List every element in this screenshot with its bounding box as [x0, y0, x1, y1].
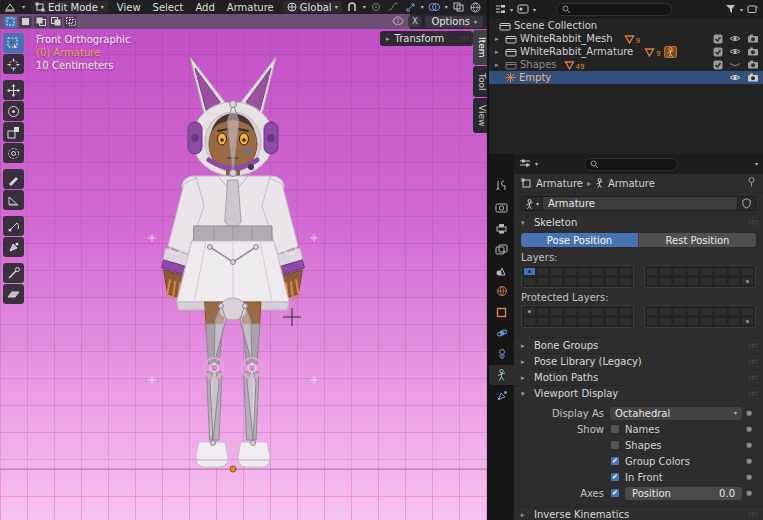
3d-viewport[interactable]: ▾ Edit Mode ▾ View Select Add Armature G… — [0, 0, 487, 520]
menu-select[interactable]: Select — [150, 2, 187, 13]
select-mode-extend[interactable] — [19, 16, 32, 28]
options-button[interactable]: Options ▾ — [425, 16, 483, 28]
checkbox-icon[interactable] — [713, 34, 723, 44]
eye-closed-icon[interactable] — [729, 60, 741, 69]
panel-inverse-kinematics[interactable]: ▸ Inverse Kinematics ∷∷ — [514, 506, 763, 520]
rest-position-button[interactable]: Rest Position — [638, 233, 756, 247]
outliner-display-mode-icon[interactable] — [517, 4, 529, 16]
tool-scale[interactable] — [3, 122, 24, 142]
tab-view-layer[interactable] — [489, 239, 514, 259]
pose-position-button[interactable]: Pose Position — [521, 233, 638, 247]
snap-magnet-icon[interactable] — [346, 1, 359, 13]
names-checkbox[interactable] — [610, 424, 620, 434]
menu-add[interactable]: Add — [192, 2, 217, 13]
camera-icon[interactable] — [747, 60, 759, 69]
properties-search[interactable] — [584, 158, 678, 171]
select-mode-new[interactable] — [4, 16, 17, 28]
camera-icon[interactable] — [747, 47, 759, 56]
protected-grid-left[interactable] — [521, 305, 634, 328]
tool-rotate[interactable] — [3, 101, 24, 121]
outliner-search-input[interactable] — [574, 5, 666, 15]
character-model[interactable] — [0, 0, 487, 520]
tool-move[interactable] — [3, 80, 24, 100]
axes-checkbox[interactable]: ✔ — [610, 488, 620, 498]
show-overlays-icon[interactable] — [428, 1, 441, 13]
tab-object-constraints[interactable] — [489, 344, 514, 364]
outliner-row-whiterabbit-armature[interactable]: ▸ WhiteRabbit_Armature 9 — [489, 45, 763, 58]
axes-position-slider[interactable]: Position 0.0 — [625, 487, 742, 500]
panel-pose-library[interactable]: ▸ Pose Library (Legacy) ∷∷ — [514, 353, 763, 369]
editor-type-icon[interactable] — [4, 1, 16, 13]
camera-icon[interactable] — [747, 73, 759, 82]
pin-icon[interactable] — [747, 177, 756, 189]
properties-search-input[interactable] — [602, 159, 672, 169]
orientation-dropdown[interactable]: Global ▾ — [283, 1, 342, 13]
layer-grid-left[interactable] — [521, 265, 634, 288]
transform-panel-header[interactable]: ▸ Transform ∷∷ — [380, 31, 473, 46]
panel-skeleton-header[interactable]: ▾ Skeleton ∷∷ — [514, 214, 763, 230]
panel-grip[interactable]: ∷∷ — [460, 35, 467, 43]
overlays-caret[interactable]: ▾ — [445, 4, 448, 10]
shading-wireframe-icon[interactable] — [469, 1, 482, 13]
tab-render[interactable] — [489, 197, 514, 217]
expand-icon[interactable]: ▸ — [495, 48, 502, 56]
tool-measure[interactable] — [3, 190, 24, 210]
toggle-xray-icon[interactable] — [452, 1, 465, 13]
proportional-editing-icon[interactable] — [370, 1, 383, 13]
display-as-dropdown[interactable]: Octahedral ▾ — [610, 407, 742, 420]
menu-view[interactable]: View — [114, 2, 144, 13]
panel-motion-paths[interactable]: ▸ Motion Paths ∷∷ — [514, 369, 763, 385]
tool-cursor[interactable] — [3, 54, 24, 74]
editor-type-caret[interactable]: ▾ — [22, 4, 25, 10]
outliner-row-scene-collection[interactable]: Scene Collection — [489, 19, 763, 32]
decorator-dot[interactable]: ● — [742, 409, 756, 417]
properties-editor-type-icon[interactable] — [519, 158, 531, 170]
tab-bone[interactable] — [489, 386, 514, 406]
snap-caret[interactable]: ▾ — [363, 4, 366, 10]
panel-bone-groups[interactable]: ▸ Bone Groups ∷∷ — [514, 337, 763, 353]
properties-options-caret[interactable]: ▾ — [755, 161, 758, 167]
breadcrumb-data[interactable]: Armature — [608, 178, 655, 189]
gizmo-caret[interactable]: ▾ — [421, 4, 424, 10]
breadcrumb-object[interactable]: Armature — [536, 178, 583, 189]
outliner-row-whiterabbit-mesh[interactable]: ▸ WhiteRabbit_Mesh 9 — [489, 32, 763, 45]
tab-output[interactable] — [489, 218, 514, 238]
proportional-falloff-icon[interactable] — [387, 1, 400, 13]
expand-icon[interactable]: ▸ — [495, 61, 502, 69]
protected-grid-right[interactable] — [644, 305, 757, 328]
tab-scene[interactable] — [489, 260, 514, 280]
outliner-row-empty[interactable]: Empty — [489, 71, 763, 84]
shapes-checkbox[interactable] — [610, 440, 620, 450]
tab-object[interactable] — [489, 302, 514, 322]
tab-tool[interactable] — [489, 176, 514, 196]
eye-icon[interactable] — [729, 73, 741, 82]
layer-grid-right[interactable] — [644, 265, 757, 288]
mirror-x-toggle[interactable]: X — [408, 16, 421, 27]
outliner-editor-type-icon[interactable] — [494, 4, 506, 16]
tab-physics[interactable] — [489, 323, 514, 343]
checkbox-icon[interactable] — [713, 60, 723, 70]
select-mode-intersect[interactable] — [64, 16, 77, 28]
tool-shear[interactable] — [3, 284, 24, 304]
eye-icon[interactable] — [729, 47, 741, 56]
select-mode-subtract[interactable] — [34, 16, 47, 28]
group-colors-checkbox[interactable]: ✔ — [610, 456, 620, 466]
datablock-type-dropdown[interactable]: ▾ — [521, 196, 542, 211]
tab-object-data-armature[interactable] — [489, 365, 514, 385]
tool-bone-envelope[interactable] — [3, 237, 24, 257]
fake-user-shield-icon[interactable] — [738, 196, 756, 211]
filter-icon[interactable] — [725, 4, 736, 16]
panel-viewport-display-header[interactable]: ▾ Viewport Display ∷∷ — [514, 385, 763, 401]
new-collection-icon[interactable] — [747, 4, 758, 16]
outliner-search[interactable] — [556, 3, 672, 16]
datablock-name-field[interactable]: Armature — [542, 196, 738, 211]
tool-transform[interactable] — [3, 143, 24, 163]
outliner-row-shapes[interactable]: ▸ Shapes 49 — [489, 58, 763, 71]
tool-annotate[interactable] — [3, 169, 24, 189]
tool-roll[interactable] — [3, 216, 24, 236]
mode-dropdown[interactable]: Edit Mode ▾ — [31, 1, 108, 13]
checkbox-icon[interactable] — [713, 47, 723, 57]
sidebar-tab-tool[interactable]: Tool — [473, 66, 487, 97]
tool-select-box[interactable] — [3, 33, 24, 53]
in-front-checkbox[interactable]: ✔ — [610, 472, 620, 482]
